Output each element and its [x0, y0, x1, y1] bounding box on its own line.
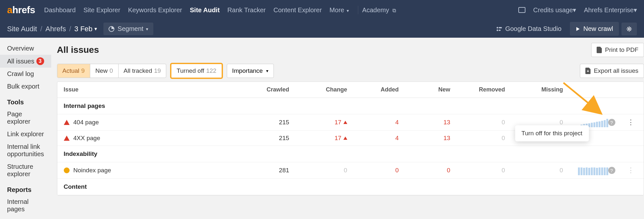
gds-icon — [496, 26, 503, 32]
sidebar: Overview All issues 3 Crawl log Bulk exp… — [0, 38, 51, 219]
new-crawl-button[interactable]: New crawl — [570, 22, 619, 36]
chevron-down-icon: ▾ — [634, 6, 637, 14]
sidebar-item-overview[interactable]: Overview — [0, 42, 51, 55]
table-group-header: Indexability — [57, 146, 644, 162]
row-actions-menu[interactable]: ⋮ — [624, 118, 637, 127]
device-icon[interactable] — [518, 7, 525, 13]
segment-button[interactable]: Segment▾ — [103, 23, 153, 35]
sidebar-item-all-issues[interactable]: All issues 3 — [0, 55, 51, 68]
external-link-icon: ⧉ — [391, 8, 396, 13]
svg-point-5 — [628, 28, 630, 30]
top-nav: ahrefs Dashboard Site Explorer Keywords … — [0, 0, 644, 20]
gear-icon — [626, 26, 632, 32]
col-new[interactable]: New — [399, 86, 450, 93]
breadcrumb-separator: / — [69, 25, 71, 33]
nav-academy[interactable]: Academy ⧉ — [362, 6, 396, 14]
sidebar-item-link-explorer[interactable]: Link explorer — [0, 128, 51, 140]
row-actions-menu[interactable]: ⋮ — [624, 166, 637, 175]
help-icon[interactable]: ? — [608, 119, 615, 126]
sidebar-item-page-explorer[interactable]: Page explorer — [0, 108, 51, 128]
svg-point-1 — [497, 27, 498, 28]
chevron-down-icon: ▾ — [266, 68, 268, 73]
turned-off-highlight: Turned off122 — [170, 63, 223, 79]
nav-content-explorer[interactable]: Content Explorer — [274, 6, 322, 14]
breadcrumb-date[interactable]: 3 Feb▾ — [74, 25, 97, 33]
chevron-down-icon: ▾ — [146, 26, 148, 32]
table-group-header: Content — [57, 179, 644, 195]
up-arrow-icon — [343, 121, 347, 124]
importance-dropdown[interactable]: Importance▾ — [227, 64, 274, 78]
breadcrumb-project[interactable]: Ahrefs — [45, 25, 66, 33]
svg-rect-2 — [499, 27, 502, 28]
chevron-down-icon: ▾ — [345, 8, 349, 13]
tab-all-tracked[interactable]: All tracked19 — [119, 64, 166, 78]
chevron-down-icon: ▾ — [573, 6, 576, 14]
col-missing[interactable]: Missing — [505, 86, 563, 93]
page-title: All issues — [57, 45, 99, 55]
row-action-tooltip[interactable]: Turn off for this project — [515, 125, 589, 141]
breadcrumb-site-audit[interactable]: Site Audit — [7, 25, 37, 33]
pdf-icon — [597, 47, 602, 53]
tab-turned-off[interactable]: Turned off122 — [171, 64, 221, 78]
logo[interactable]: ahrefs — [7, 5, 35, 15]
warning-icon — [64, 136, 70, 141]
sub-nav: Site Audit / Ahrefs / 3 Feb▾ Segment▾ Go… — [0, 20, 644, 38]
up-arrow-icon — [343, 137, 347, 140]
col-removed[interactable]: Removed — [450, 86, 505, 93]
google-data-studio-link[interactable]: Google Data Studio — [496, 25, 562, 33]
chevron-down-icon: ▾ — [94, 26, 97, 32]
info-icon — [64, 167, 70, 173]
sidebar-item-internal-pages[interactable]: Internal pages — [0, 195, 51, 215]
issue-filter-tabs: Actual9 New0 All tracked19 — [57, 64, 167, 78]
nav-site-explorer[interactable]: Site Explorer — [83, 6, 120, 14]
col-issue[interactable]: Issue — [64, 86, 231, 93]
sidebar-item-bulk-export[interactable]: Bulk export — [0, 80, 51, 93]
sidebar-item-indexability[interactable]: Indexability — [0, 215, 51, 219]
nav-keywords-explorer[interactable]: Keywords Explorer — [128, 6, 182, 14]
tab-actual[interactable]: Actual9 — [57, 64, 90, 78]
tab-new[interactable]: New0 — [90, 64, 119, 78]
export-all-issues-button[interactable]: Export all issues — [580, 64, 644, 78]
sparkline — [563, 166, 608, 175]
sidebar-section-tools: Tools — [0, 93, 51, 108]
nav-dashboard[interactable]: Dashboard — [44, 6, 76, 14]
table-group-header: Internal pages — [57, 98, 644, 114]
help-icon[interactable]: ? — [608, 167, 615, 174]
breadcrumb-separator: / — [40, 25, 42, 33]
credits-usage[interactable]: Credits usage ▾ — [533, 6, 576, 14]
col-added[interactable]: Added — [347, 86, 399, 93]
svg-rect-4 — [499, 30, 501, 31]
col-change[interactable]: Change — [289, 86, 347, 93]
nav-more[interactable]: More ▾ — [330, 6, 349, 14]
print-to-pdf-button[interactable]: Print to PDF — [591, 43, 644, 57]
warning-icon — [64, 120, 70, 125]
sidebar-item-structure-explorer[interactable]: Structure explorer — [0, 160, 51, 180]
account-menu[interactable]: Ahrefs Enterprise ▾ — [584, 6, 637, 14]
sidebar-section-reports: Reports — [0, 180, 51, 195]
issues-count-badge: 3 — [36, 57, 44, 65]
pie-chart-icon — [109, 26, 114, 32]
play-icon — [576, 27, 580, 31]
nav-site-audit[interactable]: Site Audit — [190, 6, 220, 14]
table-header: Issue Crawled Change Added New Removed M… — [57, 82, 644, 98]
download-icon — [585, 68, 591, 74]
svg-point-3 — [497, 29, 498, 31]
settings-button[interactable] — [621, 23, 637, 35]
nav-rank-tracker[interactable]: Rank Tracker — [227, 6, 266, 14]
main-content: All issues Print to PDF Actual9 New0 All… — [51, 38, 644, 219]
sidebar-item-crawl-log[interactable]: Crawl log — [0, 68, 51, 80]
col-crawled[interactable]: Crawled — [231, 86, 289, 93]
sidebar-item-internal-link-opportunities[interactable]: Internal link opportunities — [0, 140, 51, 160]
separator — [358, 6, 358, 14]
table-row[interactable]: Noindex page28100000?⋮ — [57, 162, 644, 179]
